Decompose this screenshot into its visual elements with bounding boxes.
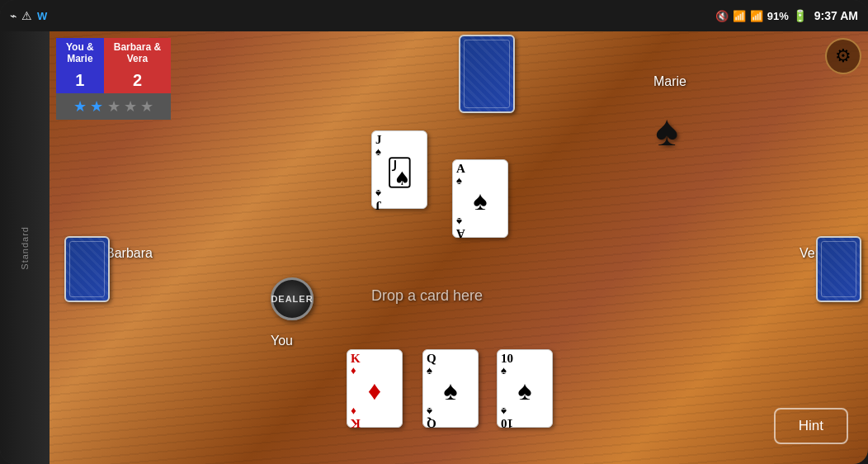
king-center: ♦ — [368, 376, 381, 406]
warning-icon: ⚠ — [21, 9, 32, 22]
status-bar: ⌁ ⚠ W 🔇 📶 📶 91% 🔋 9:37 AM — [0, 0, 868, 31]
battery-icon: 🔋 — [793, 9, 807, 22]
star-2: ★ — [90, 98, 103, 115]
queen-rank: Q — [427, 353, 436, 365]
star-4: ★ — [124, 98, 137, 115]
you-label: You — [271, 334, 293, 348]
ace-rank: A — [456, 163, 465, 175]
score-panel: You &Marie Barbara &Vera 1 2 ★ ★ ★ ★ ★ — [56, 38, 171, 120]
ace-center: ♠ — [474, 186, 488, 216]
dealer-label: DEALER — [271, 294, 313, 304]
battery-text: 91% — [767, 10, 789, 22]
wifi-icon: 📶 — [733, 10, 746, 22]
jack-rank: J — [375, 134, 382, 146]
team2-header: Barbara &Vera — [104, 38, 171, 68]
team1-header: You &Marie — [56, 38, 104, 68]
star-1: ★ — [73, 98, 87, 115]
usb-icon: ⌁ — [10, 9, 17, 22]
w-icon: W — [37, 10, 47, 22]
queen-suit: ♠ — [427, 365, 432, 376]
status-right: 🔇 📶 📶 91% 🔋 9:37 AM — [715, 9, 858, 22]
marie-label: Marie — [653, 74, 686, 89]
hint-button[interactable]: Hint — [774, 408, 848, 444]
barbara-label: Barbara — [106, 246, 153, 261]
time-text: 9:37 AM — [814, 9, 858, 22]
table-card-jack[interactable]: J ♠ 🂫 J ♠ — [371, 130, 427, 209]
table-card-ace[interactable]: A ♠ ♠ A ♠ — [452, 159, 508, 238]
king-rank: K — [351, 353, 361, 365]
ace-suit: ♠ — [456, 175, 462, 186]
game-area: You &Marie Barbara &Vera 1 2 ★ ★ ★ ★ ★ — [50, 31, 868, 464]
hand-card-queen[interactable]: Q ♠ ♠ Q ♠ — [422, 349, 479, 428]
barbara-card — [64, 236, 110, 302]
left-sidebar: Standard — [0, 31, 50, 464]
team1-score: 1 — [56, 68, 104, 93]
jack-center: 🂫 — [386, 157, 413, 188]
jack-suit: ♠ — [375, 146, 381, 157]
phone-frame: ⌁ ⚠ W 🔇 📶 📶 91% 🔋 9:37 AM Standard You &… — [0, 0, 868, 464]
star-3: ★ — [107, 98, 120, 115]
settings-button[interactable]: ⚙ — [825, 38, 861, 74]
standard-label: Standard — [20, 226, 30, 270]
star-5: ★ — [140, 98, 153, 115]
stars-row: ★ ★ ★ ★ ★ — [56, 93, 171, 120]
marie-spade-icon: ♠ — [655, 106, 678, 155]
drop-zone[interactable]: Drop a card here — [371, 287, 483, 305]
dealer-chip: DEALER — [271, 277, 314, 320]
queen-center: ♠ — [444, 376, 458, 406]
king-suit: ♦ — [351, 365, 356, 376]
ten-center: ♠ — [518, 376, 532, 406]
ten-rank: 10 — [501, 353, 513, 365]
ten-suit: ♠ — [501, 365, 507, 376]
hand-card-king[interactable]: K ♦ ♦ K ♦ — [347, 349, 403, 428]
score-table: You &Marie Barbara &Vera 1 2 ★ ★ ★ ★ ★ — [56, 38, 171, 120]
signal-icon: 📶 — [750, 10, 763, 22]
mute-icon: 🔇 — [715, 10, 729, 22]
vera-card — [816, 236, 861, 302]
hand-card-ten[interactable]: 10 ♠ ♠ 10 ♠ — [497, 349, 553, 428]
settings-icon: ⚙ — [835, 45, 851, 67]
team2-score: 2 — [104, 68, 171, 93]
status-left: ⌁ ⚠ W — [10, 9, 47, 22]
